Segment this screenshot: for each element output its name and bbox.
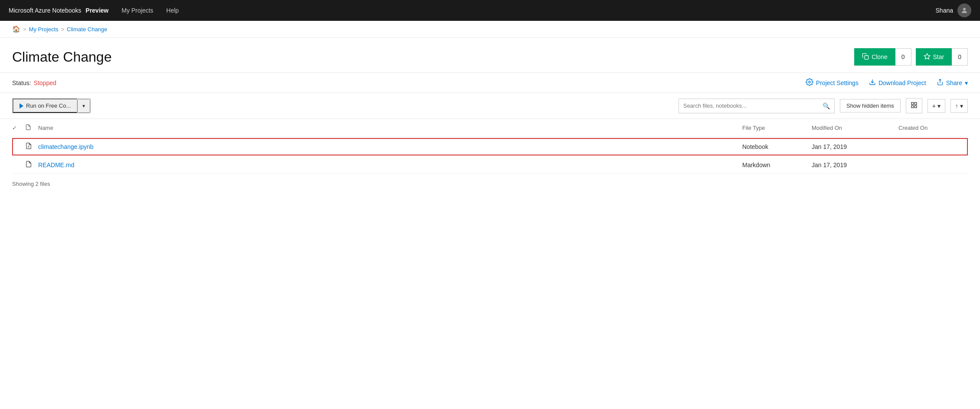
download-project-label: Download Project	[878, 79, 926, 86]
check-icon: ✓	[12, 125, 17, 131]
add-button[interactable]: + ▾	[928, 99, 945, 113]
share-chevron-icon: ▾	[965, 79, 968, 86]
header-name: Name	[38, 125, 742, 131]
notebook-icon	[25, 144, 32, 151]
row-filetype: Markdown	[742, 162, 812, 168]
header-created: Created On	[898, 125, 968, 131]
file-list: ✓ Name File Type Modified On Created On …	[0, 119, 980, 174]
sort-chevron-icon: ▾	[960, 102, 963, 109]
file-icon-header	[25, 125, 31, 132]
nav-my-projects[interactable]: My Projects	[121, 7, 153, 14]
download-icon	[869, 79, 876, 87]
document-icon	[25, 162, 32, 169]
svg-rect-8	[911, 106, 914, 108]
svg-rect-6	[911, 102, 914, 105]
row-filetype: Notebook	[742, 143, 812, 150]
status-actions: Project Settings Download Project Share …	[806, 78, 968, 87]
row-name[interactable]: climatechange.ipynb	[38, 143, 742, 150]
header-check: ✓	[12, 125, 25, 131]
svg-rect-9	[914, 106, 917, 108]
status-value: Stopped	[34, 79, 56, 86]
run-button-group: Run on Free Co... ▾	[12, 98, 91, 113]
footer-status: Showing 2 files	[0, 174, 980, 194]
sort-icon: ↑	[955, 102, 958, 109]
add-chevron-icon: ▾	[937, 102, 941, 109]
star-button[interactable]: Star	[916, 48, 952, 66]
star-icon	[924, 53, 931, 61]
svg-point-0	[963, 8, 966, 10]
brand: Microsoft Azure Notebooks Preview	[9, 7, 108, 14]
table-row[interactable]: climatechange.ipynb Notebook Jan 17, 201…	[12, 138, 968, 155]
showing-files-label: Showing 2 files	[12, 181, 50, 187]
project-settings-link[interactable]: Project Settings	[806, 78, 859, 87]
file-list-header: ✓ Name File Type Modified On Created On	[12, 119, 968, 137]
row-icon	[25, 161, 38, 169]
share-icon	[937, 79, 944, 87]
brand-preview: Preview	[85, 7, 108, 14]
project-settings-label: Project Settings	[816, 79, 859, 86]
row-modified: Jan 17, 2019	[812, 143, 898, 150]
nav-help[interactable]: Help	[166, 7, 179, 14]
user-area: Shana	[936, 3, 971, 17]
breadcrumb-sep-2: >	[61, 26, 65, 33]
page-title: Climate Change	[12, 49, 111, 65]
play-icon	[20, 103, 23, 109]
row-modified: Jan 17, 2019	[812, 162, 898, 168]
run-label: Run on Free Co...	[26, 102, 71, 109]
breadcrumb: 🏠 > My Projects > Climate Change	[0, 21, 980, 38]
star-label: Star	[933, 53, 944, 60]
table-row[interactable]: README.md Markdown Jan 17, 2019	[12, 156, 968, 174]
search-input[interactable]	[683, 102, 823, 109]
clone-button[interactable]: Clone	[854, 48, 895, 66]
nav-links: My Projects Help	[121, 7, 935, 14]
search-box: 🔍	[678, 99, 835, 113]
view-toggle-button[interactable]	[906, 98, 922, 113]
row-name[interactable]: README.md	[38, 162, 742, 168]
breadcrumb-home[interactable]: 🏠	[12, 25, 20, 33]
clone-count: 0	[895, 48, 911, 66]
star-count: 0	[952, 48, 968, 66]
settings-icon	[806, 78, 813, 87]
header-file-type: File Type	[742, 125, 812, 131]
share-link[interactable]: Share ▾	[937, 79, 968, 87]
show-hidden-items-button[interactable]: Show hidden items	[840, 99, 901, 112]
clone-icon	[862, 53, 869, 61]
row-icon	[25, 142, 38, 151]
svg-rect-1	[865, 56, 869, 59]
brand-name: Microsoft Azure Notebooks	[9, 7, 81, 14]
avatar[interactable]	[957, 3, 971, 17]
username: Shana	[936, 7, 953, 14]
sort-button[interactable]: ↑ ▾	[951, 99, 968, 113]
clone-label: Clone	[872, 53, 888, 60]
header-modified: Modified On	[812, 125, 898, 131]
breadcrumb-sep-1: >	[23, 26, 26, 33]
breadcrumb-projects[interactable]: My Projects	[29, 26, 59, 33]
run-main-button[interactable]: Run on Free Co...	[13, 99, 77, 113]
status-bar: Status: Stopped Project Settings Downloa…	[0, 73, 980, 93]
share-label: Share	[946, 79, 962, 86]
breadcrumb-current: Climate Change	[67, 26, 107, 33]
top-nav: Microsoft Azure Notebooks Preview My Pro…	[0, 0, 980, 21]
file-link-readme[interactable]: README.md	[38, 162, 74, 168]
plus-icon: +	[932, 102, 936, 109]
file-link-notebook[interactable]: climatechange.ipynb	[38, 143, 94, 150]
svg-marker-2	[924, 53, 930, 59]
svg-point-3	[809, 81, 811, 83]
header-icon-col	[25, 124, 38, 132]
view-icon	[911, 102, 918, 110]
page-header: Climate Change Clone 0 Star 0	[0, 38, 980, 73]
run-dropdown-button[interactable]: ▾	[77, 99, 90, 113]
search-icon: 🔍	[823, 102, 830, 109]
toolbar: Run on Free Co... ▾ 🔍 Show hidden items …	[0, 93, 980, 119]
download-project-link[interactable]: Download Project	[869, 79, 926, 87]
header-actions: Clone 0 Star 0	[854, 48, 968, 66]
status-label: Status:	[12, 79, 31, 86]
svg-rect-7	[914, 102, 917, 105]
